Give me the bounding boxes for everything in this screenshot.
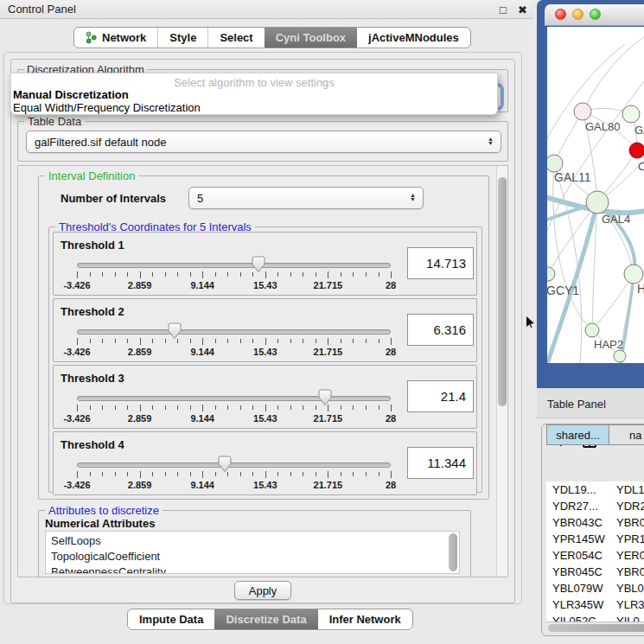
cell-name: YBL0: [616, 582, 644, 595]
node-partial-top-right[interactable]: [622, 105, 640, 123]
close-panel-icon[interactable]: ✖: [518, 3, 527, 16]
float-panel-icon[interactable]: □: [500, 3, 507, 16]
node-red-selected[interactable]: [629, 143, 644, 158]
table-row[interactable]: YPR145WYPR1: [546, 531, 644, 547]
threshold-label: Threshold 3: [61, 372, 124, 385]
node-gal11[interactable]: [547, 155, 563, 172]
slider-tick: [277, 405, 278, 410]
tick-label: 9.144: [176, 280, 228, 290]
slider-thumb[interactable]: [168, 322, 182, 340]
slider-track[interactable]: [77, 329, 391, 335]
attribute-list-item[interactable]: SelfLoops: [51, 534, 101, 547]
slider-tick: [77, 405, 78, 411]
slider-tick: [391, 405, 392, 411]
slider-tick: [77, 271, 78, 278]
slider-tick: [391, 338, 392, 345]
node-gal80[interactable]: [574, 103, 591, 120]
algorithm-option-manual[interactable]: Manual Discretization: [13, 88, 129, 101]
cell-shared-name: YBR045C: [552, 565, 603, 578]
tick-label: 15.43: [239, 347, 291, 357]
table-data-combo[interactable]: galFiltered.sif default node ▲▼: [26, 131, 501, 153]
tick-label: 2.859: [114, 280, 166, 290]
slider-thumb[interactable]: [218, 456, 232, 473]
threshold-value-field[interactable]: 21.4: [407, 380, 474, 412]
slider-tick: [77, 338, 78, 345]
algorithm-option-equal-width[interactable]: Equal Width/Frequency Discretization: [13, 101, 201, 114]
column-header-name[interactable]: na: [609, 424, 644, 445]
label-gal11: GAL11: [554, 170, 591, 184]
table-row[interactable]: YER054CYER0: [546, 547, 644, 564]
table-hscrollbar-thumb[interactable]: [548, 624, 644, 632]
network-icon: [86, 31, 97, 44]
threshold-value-field[interactable]: 14.713: [407, 247, 474, 279]
table-data-group-title: Table Data: [24, 115, 85, 128]
node-gcy1[interactable]: [547, 267, 555, 281]
slider-thumb[interactable]: [252, 256, 265, 273]
attribute-list-item[interactable]: BetweennessCentrality: [51, 565, 166, 574]
num-intervals-combo[interactable]: 5 ▲▼: [188, 187, 424, 209]
table-row[interactable]: YDL19...YDL1: [546, 481, 644, 498]
table-row[interactable]: YDR27...YDR2: [546, 498, 644, 514]
cell-shared-name: YER054C: [552, 549, 603, 562]
node-gal4[interactable]: [586, 191, 609, 214]
tab-cyni-toolbox[interactable]: Cyni Toolbox: [265, 28, 357, 48]
attribute-list-item[interactable]: TopologicalCoefficient: [51, 550, 160, 563]
slider-track[interactable]: [77, 462, 391, 468]
slider-tick: [303, 272, 303, 277]
tab-infer-network[interactable]: Infer Network: [318, 609, 412, 629]
slider-tick: [190, 405, 191, 410]
slider-tick: [102, 339, 103, 343]
slider-tick: [202, 405, 203, 411]
slider-tick: [165, 472, 166, 476]
slider-tick: [115, 472, 116, 476]
table-row[interactable]: YLR345WYLR3: [546, 596, 644, 613]
slider-tick: [165, 272, 166, 277]
slider-track[interactable]: [77, 263, 391, 268]
combo-arrows-icon: ▲▼: [488, 137, 501, 145]
node-hap2[interactable]: [585, 323, 599, 337]
tab-style[interactable]: Style: [157, 28, 207, 48]
network-window-titlebar[interactable]: [545, 4, 644, 26]
slider-tick: [165, 405, 166, 410]
label-hap2: HAP2: [594, 338, 623, 351]
outer-scrollbar-thumb[interactable]: [498, 177, 507, 406]
node-h[interactable]: [624, 265, 643, 284]
table-panel-window: ⚙ ☑ ☑ shared... na YDL19...YDL1YDR27...Y…: [541, 424, 644, 636]
threshold-row: Threshold 4-3.4262.8599.14415.4321.71528…: [53, 431, 477, 495]
apply-button[interactable]: Apply: [234, 581, 291, 600]
threshold-value-field[interactable]: 6.316: [407, 314, 474, 346]
numerical-attributes-heading: Numerical Attributes: [45, 517, 155, 530]
table-row[interactable]: YBR043CYBR0: [546, 514, 644, 531]
cell-shared-name: YPR145W: [552, 532, 605, 545]
slider-tick: [366, 472, 367, 476]
table-hscrollbar[interactable]: [546, 622, 644, 633]
close-traffic-light[interactable]: [555, 9, 566, 20]
slider-track[interactable]: [77, 396, 391, 401]
tick-label: 15.43: [239, 480, 291, 490]
tab-impute-data[interactable]: Impute Data: [128, 609, 214, 629]
slider-tick: [177, 272, 178, 277]
tab-jactivemnodules[interactable]: jActiveMNodules: [357, 28, 470, 48]
mouse-cursor: [526, 316, 534, 328]
slider-tick: [316, 339, 316, 343]
tab-discretize-data[interactable]: Discretize Data: [214, 609, 317, 629]
table-row[interactable]: YBR045CYBR0: [546, 564, 644, 580]
network-view[interactable]: GAL80 GAL C GAL11 GAL4 GCY1 H HAP2: [547, 27, 644, 363]
threshold-value-field[interactable]: 11.344: [407, 447, 474, 479]
slider-tick: [341, 405, 341, 410]
node-bottom-partial[interactable]: [614, 350, 626, 362]
attributes-list[interactable]: SelfLoopsTopologicalCoefficientBetweenne…: [45, 531, 460, 574]
slider-tick: [140, 338, 141, 345]
tab-select[interactable]: Select: [207, 28, 264, 48]
zoom-traffic-light[interactable]: [590, 9, 601, 20]
table-row[interactable]: YBL079WYBL0: [546, 580, 644, 596]
slider-tick: [353, 272, 354, 277]
column-header-shared-name[interactable]: shared...: [546, 424, 609, 445]
slider-tick: [290, 472, 291, 476]
tab-network[interactable]: Network: [74, 28, 157, 48]
slider-thumb[interactable]: [318, 389, 332, 406]
screenshot-root: Control Panel □ ✖ Network Style Select C…: [0, 0, 644, 644]
attributes-scrollbar-thumb[interactable]: [449, 533, 457, 571]
minimize-traffic-light[interactable]: [572, 9, 583, 20]
slider-tick: [391, 471, 392, 478]
